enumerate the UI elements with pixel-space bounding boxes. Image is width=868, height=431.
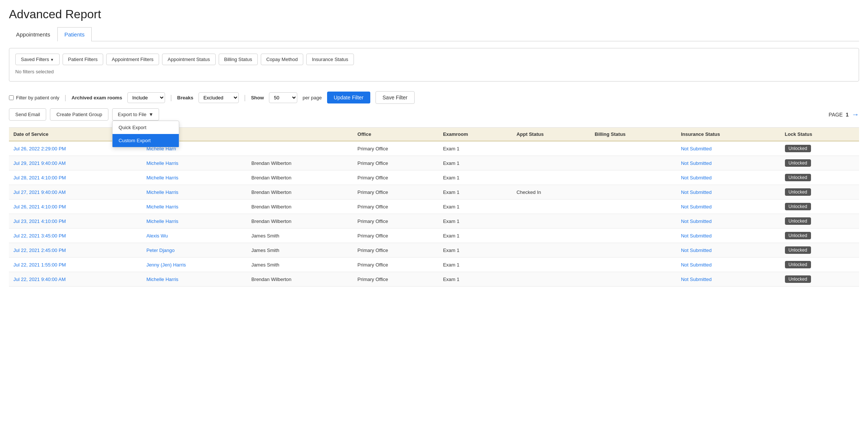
col-appt-status: Appt Status [512,128,590,141]
cell-patient[interactable]: Alexis Wu [142,229,247,243]
quick-export-option[interactable]: Quick Export [113,121,179,134]
table-row: Jul 22, 2021 9:40:00 AM Michelle Harris … [9,272,859,287]
appointments-table-wrapper: Date of Service Patient Office Examroom … [9,127,859,287]
cell-appt-status [512,214,590,229]
cell-date[interactable]: Jul 23, 2021 4:10:00 PM [9,214,142,229]
filter-by-patient-checkbox[interactable] [9,95,14,100]
cell-insurance-status: Not Submitted [677,156,780,170]
billing-status-button[interactable]: Billing Status [219,54,258,65]
cell-date[interactable]: Jul 22, 2021 1:55:00 PM [9,258,142,272]
table-row: Jul 28, 2021 4:10:00 PM Michelle Harris … [9,170,859,185]
save-filter-button[interactable]: Save Filter [376,91,415,104]
cell-office: Primary Office [353,258,439,272]
cell-date[interactable]: Jul 22, 2021 3:45:00 PM [9,229,142,243]
cell-appt-status [512,243,590,258]
lock-badge: Unlocked [785,217,811,225]
per-page-select[interactable]: 10 25 50 100 [269,92,297,103]
cell-date[interactable]: Jul 28, 2021 4:10:00 PM [9,170,142,185]
cell-date[interactable]: Jul 27, 2021 9:40:00 AM [9,185,142,199]
cell-lock-status: Unlocked [780,258,859,272]
lock-badge: Unlocked [785,188,811,196]
appointment-status-button[interactable]: Appointment Status [162,54,215,65]
lock-badge: Unlocked [785,275,811,283]
cell-billing-status [590,141,677,156]
page-indicator: PAGE 1 → [829,110,859,119]
cell-lock-status: Unlocked [780,141,859,156]
page-label: PAGE [829,112,843,118]
export-to-file-button[interactable]: Export to File ▼ [112,108,159,121]
custom-export-option[interactable]: Custom Export [113,134,179,147]
filter-by-patient-label: Filter by patient only [16,95,59,100]
show-label: Show [251,95,264,100]
tab-appointments[interactable]: Appointments [9,27,57,41]
cell-insurance-status: Not Submitted [677,243,780,258]
cell-examroom: Exam 1 [438,258,512,272]
cell-billing-status [590,185,677,199]
cell-patient[interactable]: Jenny (Jen) Harris [142,258,247,272]
cell-office: Primary Office [353,156,439,170]
cell-appt-status [512,229,590,243]
separator-2: | [170,94,172,102]
lock-badge: Unlocked [785,246,811,254]
per-page-suffix: per page [302,95,321,100]
cell-date[interactable]: Jul 22, 2021 9:40:00 AM [9,272,142,287]
separator-3: | [244,94,246,102]
cell-date[interactable]: Jul 22, 2021 2:45:00 PM [9,243,142,258]
tab-patients[interactable]: Patients [57,27,92,41]
col-examroom: Examroom [438,128,512,141]
archived-rooms-label: Archived exam rooms [72,95,122,100]
insurance-status-button[interactable]: Insurance Status [306,54,354,65]
lock-badge: Unlocked [785,261,811,268]
lock-badge: Unlocked [785,203,811,210]
cell-patient[interactable]: Michelle Harris [142,199,247,214]
cell-billing-status [590,214,677,229]
cell-lock-status: Unlocked [780,170,859,185]
cell-patient[interactable]: Michelle Harris [142,272,247,287]
create-patient-group-button[interactable]: Create Patient Group [50,108,108,121]
cell-billing-status [590,229,677,243]
cell-office: Primary Office [353,170,439,185]
cell-examroom: Exam 1 [438,272,512,287]
filter-bar: Saved Filters Patient Filters Appointmen… [9,48,859,82]
cell-insurance-status: Not Submitted [677,229,780,243]
lock-badge: Unlocked [785,159,811,167]
cell-appt-status [512,272,590,287]
filter-options-row: Filter by patient only | Archived exam r… [9,87,859,105]
cell-patient[interactable]: Peter Django [142,243,247,258]
breaks-select[interactable]: Excluded Included [199,92,239,103]
cell-patient[interactable]: Michelle Harris [142,156,247,170]
cell-insurance-status: Not Submitted [677,272,780,287]
lock-badge: Unlocked [785,232,811,239]
cell-provider: Brendan Wilberton [247,156,353,170]
col-insurance-status: Insurance Status [677,128,780,141]
cell-date[interactable]: Jul 26, 2021 4:10:00 PM [9,199,142,214]
cell-provider: Brendan Wilberton [247,185,353,199]
page-number: 1 [846,112,849,118]
export-dropdown-menu: Quick Export Custom Export [112,121,179,147]
cell-examroom: Exam 1 [438,199,512,214]
col-provider [247,128,353,141]
send-email-button[interactable]: Send Email [9,108,46,121]
cell-patient[interactable]: Michelle Harris [142,214,247,229]
separator-1: | [64,94,66,102]
cell-appt-status [512,156,590,170]
table-row: Jul 23, 2021 4:10:00 PM Michelle Harris … [9,214,859,229]
cell-patient[interactable]: Michelle Harris [142,185,247,199]
appointment-filters-button[interactable]: Appointment Filters [106,54,159,65]
saved-filters-button[interactable]: Saved Filters [15,54,60,65]
cell-lock-status: Unlocked [780,199,859,214]
tabs-bar: Appointments Patients [9,27,859,41]
breaks-label: Breaks [177,95,193,100]
cell-appt-status [512,258,590,272]
cell-insurance-status: Not Submitted [677,141,780,156]
cell-provider: Brendan Wilberton [247,272,353,287]
filter-by-patient-checkbox-label[interactable]: Filter by patient only [9,95,59,100]
archived-rooms-select[interactable]: Include Exclude [127,92,165,103]
cell-date[interactable]: Jul 29, 2021 9:40:00 AM [9,156,142,170]
cell-patient[interactable]: Michelle Harris [142,170,247,185]
patient-filters-button[interactable]: Patient Filters [63,54,103,65]
copay-method-button[interactable]: Copay Method [261,54,304,65]
update-filter-button[interactable]: Update Filter [327,92,370,103]
next-page-arrow[interactable]: → [852,110,859,119]
cell-office: Primary Office [353,214,439,229]
